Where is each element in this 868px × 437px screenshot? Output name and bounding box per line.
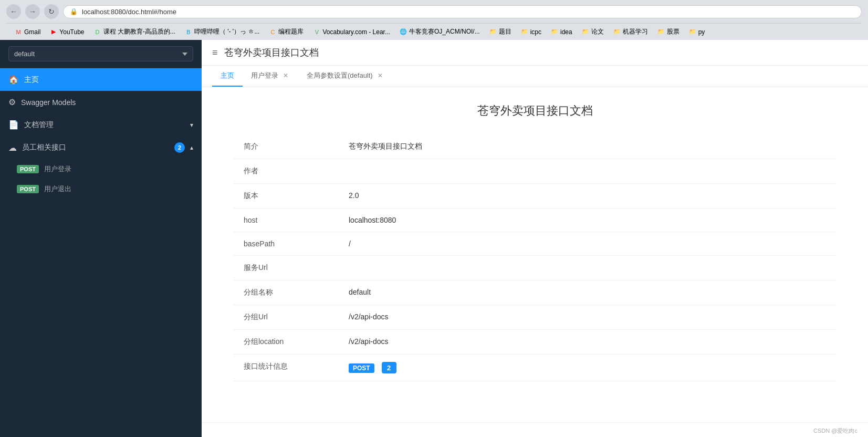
address-bar[interactable]: 🔒 localhost:8080/doc.html#/home [63,5,862,18]
sidebar-sub-item-用户退出[interactable]: POST 用户退出 [0,179,202,199]
bookmark-item[interactable]: 📁idea [547,27,577,37]
bookmark-icon: 📁 [521,28,528,36]
bookmark-item[interactable]: B哔哩哔哩（ '- '）っ ㅎ... [181,26,264,38]
info-row: 简介 苍穹外卖项目接口文档 [233,134,836,159]
bookmark-icon: B [185,28,192,36]
page-footer: CSDN @爱吃肉c [202,422,868,437]
bookmark-label: 论文 [591,27,604,36]
bookmark-item[interactable]: 📁论文 [578,26,608,38]
info-row: 分组location /v2/api-docs [233,330,836,355]
nav-label: 文档管理 [24,120,185,130]
field-key: host [233,209,338,232]
bookmark-label: 题目 [499,27,511,36]
url-text: localhost:8080/doc.html#/home [82,8,176,16]
nav-icon: ⚙ [8,97,16,107]
page-title: 苍穹外卖项目接口文档 [224,46,319,59]
sidebar-sub-item-用户登录[interactable]: POST 用户登录 [0,159,202,179]
stat-method-badge: POST [349,363,374,373]
field-key: 服务Url [233,256,338,280]
bookmark-icon: 📁 [657,28,665,36]
bookmark-label: py [698,28,705,36]
nav-arrow-icon: ▾ [190,121,193,129]
bookmark-item[interactable]: 📁icpc [517,27,546,37]
nav-label: 主页 [24,75,193,85]
bookmark-item[interactable]: C编程题库 [265,26,308,38]
field-value: 2.0 [338,184,836,209]
secure-icon: 🔒 [70,8,78,15]
bookmark-item[interactable]: 🌐牛客竞赛OJ_ACM/NOI/... [395,26,484,38]
group-select[interactable]: default [8,46,193,61]
sub-item-label: 用户退出 [44,184,71,194]
menu-icon[interactable]: ≡ [212,47,218,58]
bookmark-item[interactable]: VVocabulary.com - Lear... [309,27,394,37]
bookmark-label: 课程 大鹏教育-高品质的... [103,27,175,36]
info-row: 版本 2.0 [233,184,836,209]
bookmark-label: idea [560,28,572,36]
bookmark-item[interactable]: 📁py [685,27,709,37]
info-row: 作者 [233,159,836,184]
forward-button[interactable]: → [25,4,40,19]
nav-label: 员工相关接口 [22,143,169,152]
bookmark-item[interactable]: 📁股票 [653,26,684,38]
field-value: POST 2 [338,355,836,381]
bookmark-item[interactable]: MGmail [11,27,45,37]
field-key: 接口统计信息 [233,355,338,381]
field-value: 苍穹外卖项目接口文档 [338,134,836,159]
bookmark-icon: 📁 [489,28,497,36]
browser-chrome: ← → ↻ 🔒 localhost:8080/doc.html#/home MG… [0,0,868,40]
field-key: 简介 [233,134,338,159]
main-content: ≡ 苍穹外卖项目接口文档 主页用户登录✕全局参数设置(default)✕ 苍穹外… [202,40,868,437]
info-row: host localhost:8080 [233,209,836,232]
bookmark-label: icpc [530,28,541,36]
tab-主页[interactable]: 主页 [212,66,243,87]
bookmark-item[interactable]: ▶YouTube [46,27,88,37]
sidebar-nav: 🏠 主页 ⚙ Swagger Models 📄 文档管理 ▾ ☁ 员工相关接口 … [0,68,202,437]
sidebar-item-home[interactable]: 🏠 主页 [0,68,202,91]
back-button[interactable]: ← [6,4,21,19]
bookmark-icon: 📁 [582,28,589,36]
info-row: basePath / [233,232,836,256]
tab-close-icon[interactable]: ✕ [281,71,290,80]
content-area: 苍穹外卖项目接口文档 简介 苍穹外卖项目接口文档 作者 版本 2.0 host … [202,87,868,422]
field-value [338,159,836,184]
page-header: ≡ 苍穹外卖项目接口文档 [202,40,868,66]
bookmark-item[interactable]: D课程 大鹏教育-高品质的... [90,26,180,38]
bookmark-icon: V [313,28,320,36]
bookmark-icon: 📁 [551,28,558,36]
field-key: 分组Url [233,305,338,330]
app-container: default 🏠 主页 ⚙ Swagger Models 📄 文档管理 ▾ ☁… [0,40,868,437]
refresh-button[interactable]: ↻ [44,4,59,19]
browser-toolbar: ← → ↻ 🔒 localhost:8080/doc.html#/home [6,4,862,19]
field-value: / [338,232,836,256]
field-key: 分组location [233,330,338,355]
info-row: 接口统计信息 POST 2 [233,355,836,381]
stat-count-badge: 2 [382,362,396,373]
doc-main-title: 苍穹外卖项目接口文档 [233,103,836,119]
tab-全局参数设置(default)[interactable]: 全局参数设置(default)✕ [298,66,393,87]
field-key: 版本 [233,184,338,209]
sidebar-item-employee[interactable]: ☁ 员工相关接口 2 ▴ [0,136,202,159]
field-value [338,256,836,280]
footer-text: CSDN @爱吃肉c [813,428,857,434]
bookmark-label: 股票 [667,27,679,36]
field-key: 分组名称 [233,280,338,305]
bookmark-item[interactable]: 📁题目 [485,26,516,38]
field-value: default [338,280,836,305]
tab-用户登录[interactable]: 用户登录✕ [243,66,298,87]
bookmark-icon: M [15,28,22,36]
bookmark-item[interactable]: 📁机器学习 [609,26,652,38]
sidebar-item-swagger[interactable]: ⚙ Swagger Models [0,91,202,113]
bookmarks-bar: MGmail▶YouTubeD课程 大鹏教育-高品质的...B哔哩哔哩（ '- … [6,23,862,40]
bookmark-label: 牛客竞赛OJ_ACM/NOI/... [409,27,480,36]
bookmark-icon: 📁 [689,28,696,36]
info-row: 分组Url /v2/api-docs [233,305,836,330]
sidebar-item-docmgr[interactable]: 📄 文档管理 ▾ [0,113,202,136]
nav-label: Swagger Models [21,98,193,107]
nav-icon: ☁ [8,143,17,153]
info-row: 服务Url [233,256,836,280]
nav-icon: 🏠 [8,75,19,85]
bookmark-label: 机器学习 [623,27,648,36]
bookmark-label: 哔哩哔哩（ '- '）っ ㅎ... [194,27,260,36]
nav-expand-icon: ▴ [190,144,193,151]
tab-close-icon[interactable]: ✕ [376,71,384,80]
